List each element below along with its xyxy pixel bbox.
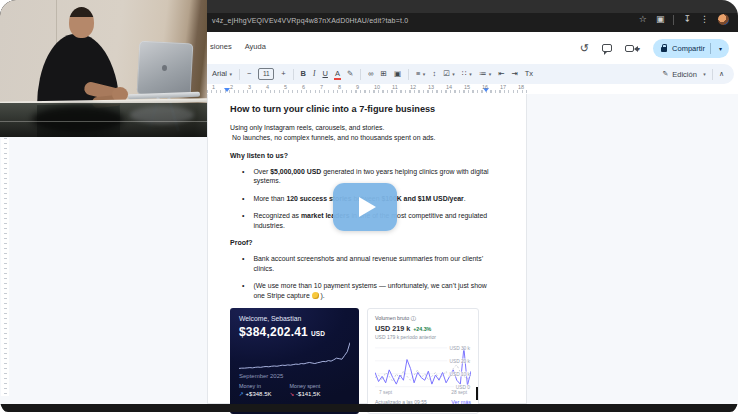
font-size-decrease-button[interactable]: − bbox=[247, 70, 251, 78]
italic-button[interactable]: I bbox=[313, 70, 316, 78]
doc-intro: Using only Instagram reels, carousels, a… bbox=[230, 123, 498, 143]
separator bbox=[293, 69, 294, 80]
menu-siones[interactable]: siones bbox=[210, 42, 232, 51]
ruler-ticks bbox=[207, 90, 528, 93]
line-spacing-button[interactable]: ↕ bbox=[432, 70, 436, 78]
chevron-down-icon: ▾ bbox=[703, 71, 706, 77]
comments-icon[interactable] bbox=[602, 44, 612, 52]
underline-button[interactable]: U bbox=[322, 70, 327, 78]
address-bar[interactable]: v4z_ejHhgVEQlVEv4VVRpq4w87nXAdD0HtAU/edi… bbox=[212, 17, 408, 24]
ruler-number: 15 bbox=[464, 84, 470, 90]
money-stat: Money spent↘-$141,5K bbox=[289, 383, 320, 397]
ruler-number: 3 bbox=[248, 84, 251, 90]
doc-title: How to turn your clinic into a 7-figure … bbox=[230, 104, 498, 114]
profile-avatar[interactable] bbox=[718, 14, 729, 25]
numbered-list-button[interactable]: ≔▾ bbox=[479, 70, 492, 78]
share-dropdown-icon[interactable]: ▾ bbox=[716, 45, 725, 52]
share-button[interactable]: Compartir ▾ bbox=[653, 39, 729, 58]
version-history-icon[interactable]: ↺ bbox=[580, 43, 589, 54]
meet-button[interactable]: ▾ bbox=[625, 45, 640, 52]
doc-heading-proof: Proof? bbox=[230, 239, 498, 246]
laptop-logo bbox=[162, 65, 167, 71]
bulleted-list-button[interactable]: ∷▾ bbox=[462, 70, 472, 78]
x-axis-labels: 7 sept28 sept bbox=[375, 390, 471, 395]
toolbar-right: ✎ Edición ▾ ∧ bbox=[662, 64, 724, 84]
list-item: •Bank account screenshots and annual rev… bbox=[242, 254, 498, 273]
gross-volume-title: Volumen bruto ⓘ bbox=[375, 315, 471, 322]
ruler-number: 2 bbox=[230, 84, 233, 90]
period-label: September 2025 bbox=[239, 373, 350, 379]
font-size-value[interactable]: 11 bbox=[258, 68, 274, 80]
gross-volume-chart-area: USD 30 kUSD 20 kUSD 10 kUSD 0 bbox=[375, 343, 471, 389]
ruler-number: 1 bbox=[212, 84, 215, 90]
download-icon[interactable]: ↧ bbox=[683, 15, 691, 24]
menu-ayuda[interactable]: Ayuda bbox=[245, 42, 266, 51]
desk-shelf-line bbox=[0, 121, 207, 122]
bullet-list-proof: •Bank account screenshots and annual rev… bbox=[230, 254, 498, 300]
docs-header-actions: ↺ ▾ Compartir ▾ bbox=[580, 38, 729, 58]
pencil-icon: ✎ bbox=[662, 70, 668, 78]
insert-image-button[interactable]: ▣ bbox=[394, 70, 401, 78]
align-button[interactable]: ≡▾ bbox=[416, 70, 425, 78]
font-family-select[interactable]: Arial▾ bbox=[212, 70, 232, 78]
checklist-button[interactable]: ☑▾ bbox=[443, 70, 455, 78]
vertical-ruler bbox=[1, 138, 9, 396]
menu-bar: sionesAyuda bbox=[210, 42, 266, 51]
highlight-color-button[interactable]: ✎ bbox=[347, 70, 353, 78]
divider bbox=[673, 15, 674, 25]
document-canvas: How to turn your clinic into a 7-figure … bbox=[0, 94, 738, 404]
overflow-menu-icon[interactable]: ⋮ bbox=[700, 15, 709, 24]
increase-indent-button[interactable]: ⇥ bbox=[511, 70, 517, 78]
ruler-number: 7 bbox=[320, 84, 323, 90]
video-play-button[interactable] bbox=[333, 183, 397, 231]
ruler-number: 9 bbox=[356, 84, 359, 90]
money-stats: Money in↗+$348.5KMoney spent↘-$141,5K bbox=[239, 383, 350, 397]
clear-formatting-button[interactable]: Tx bbox=[525, 70, 533, 78]
lock-icon bbox=[661, 47, 667, 52]
list-item: •(We use more than 10 payment systems — … bbox=[242, 281, 498, 300]
balance-line-chart bbox=[239, 341, 350, 371]
wink-emoji bbox=[312, 292, 319, 299]
doc-heading-why: Why listen to us? bbox=[230, 152, 498, 159]
presenter-webcam-video[interactable] bbox=[0, 0, 207, 137]
ruler-number: 8 bbox=[338, 84, 341, 90]
ruler-number: 17 bbox=[500, 84, 506, 90]
bold-button[interactable]: B bbox=[301, 70, 306, 78]
document-page[interactable]: How to turn your clinic into a 7-figure … bbox=[207, 94, 527, 404]
text-color-button[interactable]: A bbox=[335, 70, 340, 78]
decrease-indent-button[interactable]: ⇤ bbox=[498, 70, 504, 78]
y-axis-label: USD 0 bbox=[454, 384, 470, 389]
font-size-increase-button[interactable]: + bbox=[281, 70, 285, 78]
collapse-toolbar-button[interactable]: ∧ bbox=[719, 70, 724, 78]
share-window-icon[interactable]: ▣ bbox=[656, 15, 665, 24]
editing-mode-select[interactable]: ✎ Edición ▾ bbox=[662, 70, 706, 79]
ruler-number: 11 bbox=[392, 84, 398, 90]
balance-amount: $384,202.41USD bbox=[239, 325, 350, 339]
desk-reflection bbox=[32, 106, 124, 133]
stripe-dashboard-image[interactable]: Volumen bruto ⓘ USD 219 k+24.3% USD 179 … bbox=[367, 308, 479, 414]
ruler-number: 5 bbox=[284, 84, 287, 90]
welcome-text: Welcome, Sebastian bbox=[239, 315, 350, 322]
separator bbox=[360, 69, 361, 80]
divider bbox=[712, 69, 713, 80]
insert-link-button[interactable]: ∞ bbox=[368, 70, 373, 78]
ruler-number: 12 bbox=[410, 84, 416, 90]
bank-dashboard-image[interactable]: Welcome, Sebastian $384,202.41USD Septem… bbox=[230, 308, 359, 414]
y-axis-label: USD 20 k bbox=[447, 359, 470, 364]
y-axis-label: USD 10 k bbox=[447, 371, 470, 376]
play-icon bbox=[359, 197, 376, 217]
bookmark-star-icon[interactable]: ☆ bbox=[639, 15, 647, 24]
video-frame: v4z_ejHhgVEQlVEv4VVRpq4w87nXAdD0HtAU/edi… bbox=[0, 0, 738, 416]
y-axis-label: USD 30 k bbox=[447, 346, 470, 351]
editing-mode-label: Edición bbox=[672, 70, 697, 79]
gross-volume-amount: USD 219 k+24.3% bbox=[375, 324, 471, 333]
ruler-number: 16 bbox=[482, 84, 488, 90]
separator bbox=[239, 69, 240, 80]
separator bbox=[408, 69, 409, 80]
toolbar-icons: Arial▾−11+BIUA✎∞⊞▣≡▾↕☑▾∷▾≔▾⇤⇥Tx bbox=[212, 64, 533, 84]
ruler-number: 18 bbox=[518, 84, 524, 90]
ruler-number: 4 bbox=[266, 84, 269, 90]
browser-toolbar-icons: ☆▣↧⋮ bbox=[639, 14, 729, 25]
share-button-label: Compartir bbox=[672, 44, 705, 53]
add-comment-button[interactable]: ⊞ bbox=[381, 70, 387, 78]
